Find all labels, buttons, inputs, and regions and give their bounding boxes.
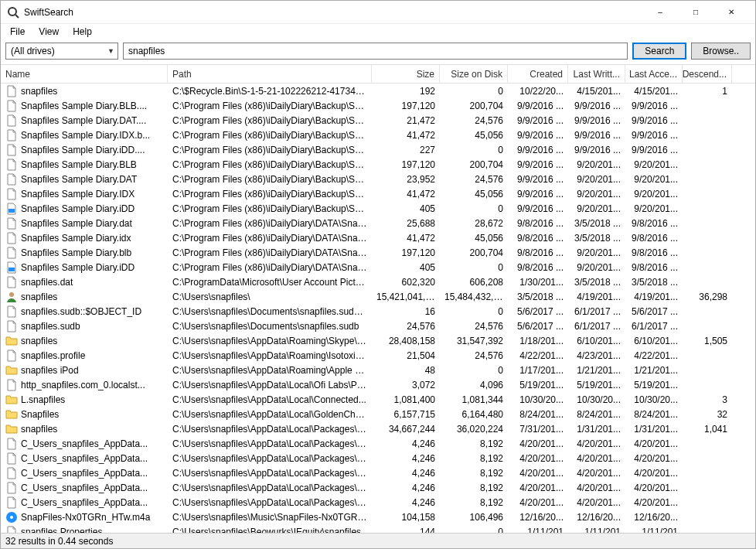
col-path[interactable]: Path bbox=[168, 65, 372, 83]
col-last-written[interactable]: Last Writt... bbox=[568, 65, 625, 83]
cell-path: C:\Users\snapfiles\Documents\snapfiles.s… bbox=[168, 321, 372, 332]
cell-path: C:\$Recycle.Bin\S-1-5-21-102226212-41734… bbox=[168, 86, 372, 97]
table-row[interactable]: Snapfiles Sample Diary.DAT....C:\Program… bbox=[1, 113, 755, 128]
table-row[interactable]: snapfiles.sudb::$OBJECT_IDC:\Users\snapf… bbox=[1, 304, 755, 319]
cell-size-on-disk: 8,192 bbox=[440, 497, 508, 508]
cell-path: C:\Program Files (x86)\iDailyDiary\DATA\… bbox=[168, 233, 372, 244]
file-name-label: Snapfiles Sample Diary.blb bbox=[21, 247, 131, 258]
table-row[interactable]: SnapfilesC:\Users\snapfiles\AppData\Loca… bbox=[1, 407, 755, 421]
cell-path: C:\Users\snapfiles\AppData\Local\Package… bbox=[168, 468, 372, 479]
table-row[interactable]: Snapfiles Sample Diary.iDDC:\Program Fil… bbox=[1, 260, 755, 274]
cell-written: 5/19/201... bbox=[568, 380, 625, 390]
cell-created: 5/19/201... bbox=[508, 380, 568, 390]
col-size-on-disk[interactable]: Size on Disk bbox=[440, 65, 508, 83]
cell-written: 9/20/201... bbox=[568, 174, 625, 185]
cell-written: 9/9/2016 ... bbox=[568, 115, 625, 126]
menu-file[interactable]: File bbox=[4, 25, 31, 39]
table-row[interactable]: C_Users_snapfiles_AppData...C:\Users\sna… bbox=[1, 436, 755, 451]
cell-name: C_Users_snapfiles_AppData... bbox=[1, 438, 168, 450]
table-row[interactable]: Snapfiles Sample Diary.IDX.b...C:\Progra… bbox=[1, 128, 755, 142]
browse-button[interactable]: Browse.. bbox=[691, 43, 751, 60]
table-row[interactable]: http_snapfiles.com_0.localst...C:\Users\… bbox=[1, 377, 755, 392]
cell-size-on-disk: 200,704 bbox=[440, 159, 508, 170]
cell-written: 4/20/201... bbox=[568, 438, 625, 449]
cell-path: C:\Users\snapfiles\AppData\Roaming\Isoto… bbox=[168, 350, 372, 361]
file-icon bbox=[5, 276, 18, 288]
file-name-label: C_Users_snapfiles_AppData... bbox=[21, 497, 148, 508]
table-row[interactable]: Snapfiles Sample Diary.iDD....C:\Program… bbox=[1, 142, 755, 157]
cell-name: Snapfiles bbox=[1, 408, 168, 421]
table-row[interactable]: Snapfiles Sample Diary.IDXC:\Program Fil… bbox=[1, 186, 755, 201]
col-descendants[interactable]: Descend... bbox=[683, 65, 732, 83]
cell-created: 9/9/2016 ... bbox=[508, 203, 568, 214]
menu-help[interactable]: Help bbox=[66, 25, 98, 39]
cell-accessed: 4/15/201... bbox=[625, 86, 683, 97]
col-created[interactable]: Created bbox=[508, 65, 568, 83]
cell-accessed: 1/21/201... bbox=[625, 365, 683, 376]
table-row[interactable]: Snapfiles Sample Diary.iDDC:\Program Fil… bbox=[1, 201, 755, 216]
file-name-label: snapfiles bbox=[21, 424, 57, 435]
table-row[interactable]: Snapfiles Sample Diary.DATC:\Program Fil… bbox=[1, 172, 755, 186]
cell-name: Snapfiles Sample Diary.iDD.... bbox=[1, 144, 168, 156]
cell-size-on-disk: 4,096 bbox=[440, 380, 508, 390]
table-row[interactable]: snapfiles iPodC:\Users\snapfiles\AppData… bbox=[1, 363, 755, 377]
table-row[interactable]: C_Users_snapfiles_AppData...C:\Users\sna… bbox=[1, 465, 755, 480]
cell-written: 3/5/2018 ... bbox=[568, 218, 625, 229]
table-row[interactable]: C_Users_snapfiles_AppData...C:\Users\sna… bbox=[1, 480, 755, 495]
table-row[interactable]: snapfiles.datC:\ProgramData\Microsoft\Us… bbox=[1, 274, 755, 289]
col-last-accessed[interactable]: Last Acce... bbox=[625, 65, 683, 83]
grid-body[interactable]: snapfilesC:\$Recycle.Bin\S-1-5-21-102226… bbox=[1, 84, 755, 533]
cell-accessed: 4/20/201... bbox=[625, 483, 683, 493]
table-row[interactable]: C_Users_snapfiles_AppData...C:\Users\sna… bbox=[1, 451, 755, 465]
table-row[interactable]: Snapfiles Sample Diary.blbC:\Program Fil… bbox=[1, 245, 755, 260]
maximize-button[interactable]: □ bbox=[678, 1, 713, 24]
table-row[interactable]: snapfilesC:\$Recycle.Bin\S-1-5-21-102226… bbox=[1, 84, 755, 98]
cell-name: C_Users_snapfiles_AppData... bbox=[1, 482, 168, 494]
search-input[interactable] bbox=[123, 43, 628, 60]
cell-size-on-disk: 106,496 bbox=[440, 512, 508, 523]
close-button[interactable]: ✕ bbox=[713, 1, 749, 24]
table-row[interactable]: snapfiles.sudbC:\Users\snapfiles\Documen… bbox=[1, 319, 755, 333]
folder-icon bbox=[5, 335, 18, 347]
table-row[interactable]: Snapfiles Sample Diary.datC:\Program Fil… bbox=[1, 216, 755, 230]
table-row[interactable]: Snapfiles Sample Diary.idxC:\Program Fil… bbox=[1, 230, 755, 245]
svg-point-4 bbox=[9, 292, 14, 297]
cell-path: C:\Program Files (x86)\iDailyDiary\Backu… bbox=[168, 145, 372, 155]
cell-written: 4/20/201... bbox=[568, 497, 625, 508]
cell-accessed: 9/9/2016 ... bbox=[625, 130, 683, 141]
cell-size: 197,120 bbox=[372, 159, 440, 170]
cell-size-on-disk: 606,208 bbox=[440, 277, 508, 288]
table-row[interactable]: snapfiles.PropertiesC:\Users\snapfiles\B… bbox=[1, 524, 755, 533]
table-row[interactable]: Snapfiles Sample Diary.BLBC:\Program Fil… bbox=[1, 157, 755, 172]
cell-created: 9/9/2016 ... bbox=[508, 101, 568, 111]
cell-created: 4/22/201... bbox=[508, 350, 568, 361]
file-icon bbox=[5, 452, 18, 465]
file-name-label: Snapfiles Sample Diary.iDD bbox=[21, 262, 135, 273]
cell-path: C:\Users\snapfiles\Music\SnapFiles-Nx0TG… bbox=[168, 512, 372, 523]
cell-accessed: 4/20/201... bbox=[625, 438, 683, 449]
table-row[interactable]: snapfilesC:\Users\snapfiles\15,421,041,4… bbox=[1, 289, 755, 304]
search-button[interactable]: Search bbox=[632, 43, 686, 60]
table-row[interactable]: snapfiles.profileC:\Users\snapfiles\AppD… bbox=[1, 348, 755, 363]
menu-view[interactable]: View bbox=[32, 25, 65, 39]
table-row[interactable]: L.snapfilesC:\Users\snapfiles\AppData\Lo… bbox=[1, 392, 755, 407]
cell-path: C:\Users\snapfiles\AppData\Local\Package… bbox=[168, 483, 372, 493]
minimize-button[interactable]: – bbox=[642, 1, 678, 24]
drive-select[interactable]: (All drives) ▼ bbox=[5, 43, 118, 60]
file-name-label: snapfiles bbox=[21, 86, 57, 97]
col-size[interactable]: Size bbox=[372, 65, 440, 83]
cell-created: 1/30/201... bbox=[508, 277, 568, 288]
cell-created: 10/22/20... bbox=[508, 86, 568, 97]
table-row[interactable]: SnapFiles-Nx0TGRn_HTw.m4aC:\Users\snapfi… bbox=[1, 510, 755, 524]
table-row[interactable]: snapfilesC:\Users\snapfiles\AppData\Roam… bbox=[1, 333, 755, 348]
table-row[interactable]: Snapfiles Sample Diary.BLB....C:\Program… bbox=[1, 98, 755, 113]
table-row[interactable]: snapfilesC:\Users\snapfiles\AppData\Loca… bbox=[1, 421, 755, 436]
menubar: File View Help bbox=[1, 24, 755, 39]
cell-size-on-disk: 31,547,392 bbox=[440, 336, 508, 346]
cell-path: C:\Users\snapfiles\AppData\Local\Package… bbox=[168, 424, 372, 435]
cell-size: 197,120 bbox=[372, 101, 440, 111]
cell-path: C:\Users\snapfiles\AppData\Local\GoldenC… bbox=[168, 409, 372, 420]
table-row[interactable]: C_Users_snapfiles_AppData...C:\Users\sna… bbox=[1, 495, 755, 510]
col-name[interactable]: Name bbox=[1, 65, 168, 83]
cell-name: L.snapfiles bbox=[1, 394, 168, 406]
